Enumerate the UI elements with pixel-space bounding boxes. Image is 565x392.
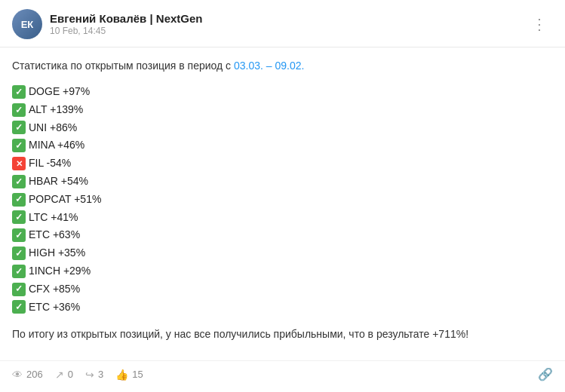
shares-stat[interactable]: ↗ 0: [55, 369, 73, 381]
forwards-stat[interactable]: ↪ 3: [85, 369, 103, 381]
check-icon: [12, 85, 26, 99]
list-item: POPCAT +51%: [12, 191, 553, 209]
check-icon: [12, 247, 26, 260]
list-item: 1INCH +29%: [12, 262, 553, 280]
list-item: HIGH +35%: [12, 244, 553, 262]
list-item: HBAR +54%: [12, 173, 553, 191]
post-header: ЕК Евгений Ковалёв | NextGen 10 Feb, 14:…: [0, 0, 565, 47]
channel-name[interactable]: Евгений Ковалёв | NextGen: [50, 12, 202, 25]
check-icon: [12, 193, 26, 207]
avatar-image: ЕК: [12, 9, 42, 39]
item-label: UNI +86%: [29, 119, 77, 137]
likes-stat[interactable]: 👍 15: [115, 369, 143, 381]
item-label: POPCAT +51%: [29, 191, 101, 209]
list-item: ETC +36%: [12, 299, 553, 317]
check-icon: [12, 103, 26, 117]
header-info: Евгений Ковалёв | NextGen 10 Feb, 14:45: [50, 12, 202, 36]
item-label: 1INCH +29%: [29, 262, 91, 280]
item-label: ETC +36%: [29, 299, 80, 317]
item-label: CFX +85%: [29, 280, 80, 299]
item-label: HIGH +35%: [29, 244, 85, 262]
menu-icon[interactable]: ⋮: [526, 12, 553, 36]
stats-list: DOGE +97%ALT +139%UNI +86%MINA +46%FIL -…: [12, 83, 553, 316]
check-icon: [12, 210, 26, 224]
header-left: ЕК Евгений Ковалёв | NextGen 10 Feb, 14:…: [12, 9, 202, 39]
list-item: LTC +41%: [12, 209, 553, 227]
cross-icon: [12, 157, 26, 170]
check-icon: [12, 300, 26, 314]
list-item: CFX +85%: [12, 280, 553, 299]
check-icon: [12, 283, 26, 296]
date-range: 03.03. – 09.02.: [234, 60, 304, 72]
post-body: Статистика по открытым позиция в период …: [0, 47, 565, 360]
list-item: DOGE +97%: [12, 83, 553, 101]
item-label: MINA +46%: [29, 136, 84, 155]
item-label: FIL -54%: [29, 155, 71, 173]
likes-count: 15: [132, 369, 143, 380]
forward-icon: ↪: [85, 369, 94, 381]
list-item: ALT +139%: [12, 101, 553, 119]
list-item: MINA +46%: [12, 136, 553, 155]
check-icon: [12, 175, 26, 188]
views-count: 206: [26, 369, 43, 380]
list-item: FIL -54%: [12, 155, 553, 173]
item-label: ETC +63%: [29, 226, 80, 244]
item-label: LTC +41%: [29, 209, 78, 227]
check-icon: [12, 265, 26, 278]
item-label: HBAR +54%: [29, 173, 88, 191]
check-icon: [12, 121, 26, 134]
link-icon[interactable]: 🔗: [538, 367, 553, 381]
forwards-count: 3: [98, 369, 103, 380]
avatar: ЕК: [12, 9, 42, 39]
post-footer: 👁 206 ↗ 0 ↪ 3 👍 15 🔗: [0, 360, 565, 390]
item-label: ALT +139%: [29, 101, 83, 119]
like-icon: 👍: [115, 369, 128, 381]
post-container: ЕК Евгений Ковалёв | NextGen 10 Feb, 14:…: [0, 0, 565, 392]
conclusion-text: По итогу из открытых позиций, у нас все …: [12, 326, 553, 342]
intro-text: Статистика по открытым позиция в период …: [12, 58, 553, 74]
item-label: DOGE +97%: [29, 83, 90, 101]
eye-icon: 👁: [12, 369, 23, 381]
shares-count: 0: [68, 369, 73, 380]
footer-stats: 👁 206 ↗ 0 ↪ 3 👍 15: [12, 369, 143, 381]
views-stat: 👁 206: [12, 369, 43, 381]
list-item: UNI +86%: [12, 119, 553, 137]
share-icon: ↗: [55, 369, 64, 381]
check-icon: [12, 228, 26, 242]
check-icon: [12, 139, 26, 152]
list-item: ETC +63%: [12, 226, 553, 244]
post-date: 10 Feb, 14:45: [50, 26, 202, 36]
